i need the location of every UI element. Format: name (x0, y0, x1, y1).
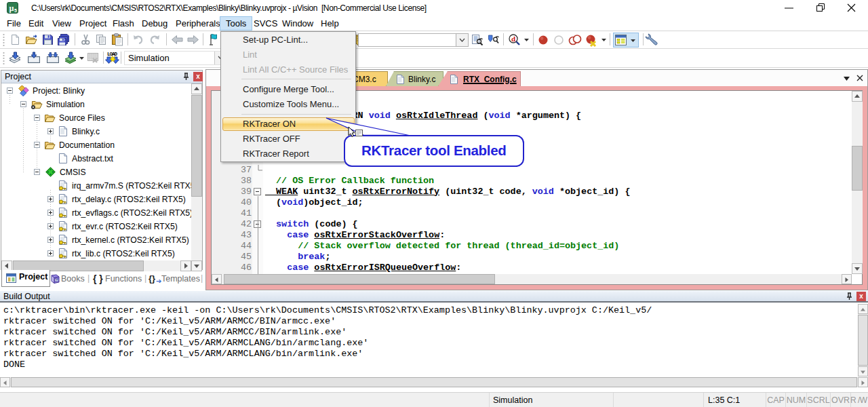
svg-text:5: 5 (14, 8, 17, 13)
svg-text:µ: µ (9, 3, 14, 13)
svg-text:d: d (511, 35, 515, 43)
